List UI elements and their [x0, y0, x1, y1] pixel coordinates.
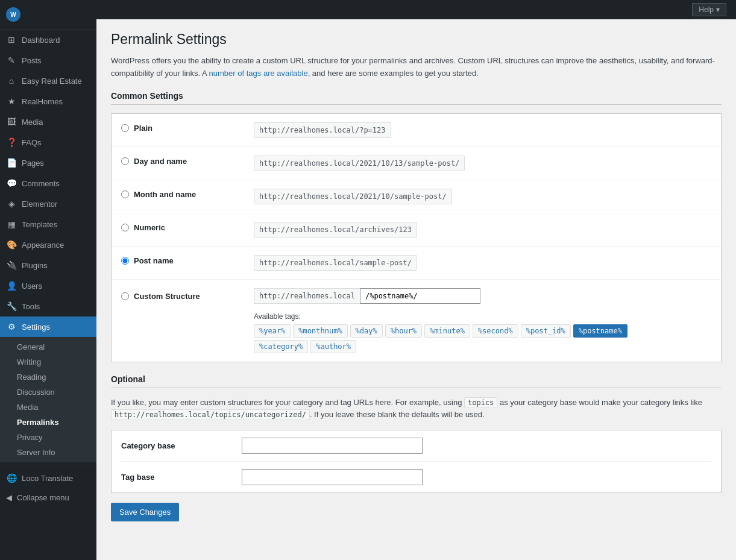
numeric-url-display: http://realhomes.local/archives/123	[254, 222, 417, 238]
sidebar-item-templates[interactable]: ▦ Templates	[0, 214, 96, 234]
submenu-label: Media	[17, 403, 38, 412]
loco-translate-icon: 🌐	[6, 473, 17, 483]
sidebar-item-media[interactable]: 🖼 Media	[0, 112, 96, 132]
post-name-text: Post name	[134, 256, 174, 265]
main-content-area: Help ▾ Permalink Settings WordPress offe…	[96, 0, 736, 560]
submenu-label: Reading	[17, 373, 46, 382]
month-name-url: http://realhomes.local/2021/10/sample-po…	[254, 189, 711, 204]
submenu-label: Discussion	[17, 388, 55, 397]
submenu-label: Privacy	[17, 433, 43, 442]
tag-postname[interactable]: %postname%	[573, 324, 627, 338]
submenu-item-reading[interactable]: Reading	[0, 370, 96, 385]
tag-base-input[interactable]	[242, 469, 423, 485]
submenu-item-server-info[interactable]: Server Info	[0, 445, 96, 460]
sidebar-divider	[0, 465, 96, 465]
sidebar-item-label: Templates	[22, 220, 57, 229]
sidebar: W ⊞ Dashboard ✎ Posts ⌂ Easy Real Estate…	[0, 0, 96, 560]
sidebar-item-plugins[interactable]: 🔌 Plugins	[0, 255, 96, 275]
plugins-icon: 🔌	[6, 260, 17, 271]
custom-url-container: http://realhomes.local	[254, 288, 711, 304]
custom-url-split: http://realhomes.local	[254, 288, 711, 304]
sidebar-item-easy-real-estate[interactable]: ⌂ Easy Real Estate	[0, 71, 96, 91]
submenu-item-privacy[interactable]: Privacy	[0, 430, 96, 445]
optional-fields-panel: Category base Tag base	[111, 430, 722, 493]
day-name-url-display: http://realhomes.local/2021/10/13/sample…	[254, 156, 465, 171]
tag-post_id[interactable]: %post_id%	[521, 324, 571, 338]
post-name-url: http://realhomes.local/sample-post/	[254, 255, 711, 271]
common-settings-panel: Plain http://realhomes.local/?p=123 Day …	[111, 113, 722, 362]
submenu-item-general[interactable]: General	[0, 339, 96, 354]
sidebar-item-label: Comments	[22, 179, 60, 188]
realhomes-icon: ★	[6, 96, 17, 107]
collapse-icon: ◀	[6, 493, 12, 502]
submenu-item-permalinks[interactable]: Permalinks	[0, 415, 96, 430]
sidebar-item-label: Tools	[22, 302, 40, 311]
custom-text: Custom Structure	[134, 292, 200, 301]
tag-second[interactable]: %second%	[473, 324, 518, 338]
sidebar-item-settings[interactable]: ⚙ Settings	[0, 316, 96, 337]
submenu-item-writing[interactable]: Writing	[0, 354, 96, 370]
sidebar-item-label: Posts	[22, 56, 42, 65]
numeric-text: Numeric	[134, 223, 165, 232]
tools-icon: 🔧	[6, 301, 17, 312]
submenu-item-media[interactable]: Media	[0, 400, 96, 415]
tag-category[interactable]: %category%	[254, 340, 308, 353]
post-name-radio[interactable]	[121, 257, 129, 265]
tag-minute[interactable]: %minute%	[424, 324, 470, 338]
tag-year[interactable]: %year%	[254, 324, 291, 338]
month-name-text: Month and name	[134, 190, 196, 199]
plain-label: Plain	[121, 122, 254, 133]
day-name-text: Day and name	[134, 157, 187, 166]
tag-day[interactable]: %day%	[350, 324, 383, 338]
optional-heading: Optional	[111, 374, 722, 388]
day-name-label: Day and name	[121, 156, 254, 166]
sidebar-item-realhomes[interactable]: ★ RealHomes	[0, 91, 96, 112]
sidebar-navigation: ⊞ Dashboard ✎ Posts ⌂ Easy Real Estate ★…	[0, 30, 96, 560]
sidebar-item-label: Appearance	[22, 241, 64, 250]
users-icon: 👤	[6, 280, 17, 291]
submenu-item-discussion[interactable]: Discussion	[0, 385, 96, 400]
custom-label: Custom Structure	[121, 291, 254, 301]
custom-radio[interactable]	[121, 292, 129, 300]
sidebar-item-label: FAQs	[22, 138, 42, 147]
month-name-url-display: http://realhomes.local/2021/10/sample-po…	[254, 189, 452, 204]
permalink-option-post-name: Post name http://realhomes.local/sample-…	[112, 247, 721, 280]
sidebar-item-faqs[interactable]: ❓ FAQs	[0, 132, 96, 153]
optional-url-code: http://realhomes.local/topics/uncategori…	[111, 409, 310, 420]
sidebar-item-loco-translate[interactable]: 🌐 Loco Translate	[0, 468, 96, 488]
sidebar-item-label: Media	[22, 118, 43, 127]
topbar: Help ▾	[96, 0, 736, 19]
numeric-label: Numeric	[121, 222, 254, 232]
permalink-option-plain: Plain http://realhomes.local/?p=123	[112, 114, 721, 147]
month-name-radio[interactable]	[121, 190, 129, 198]
plain-text: Plain	[134, 124, 153, 133]
sidebar-item-pages[interactable]: 📄 Pages	[0, 153, 96, 173]
sidebar-item-label: Pages	[22, 159, 44, 168]
custom-url-input[interactable]	[360, 288, 480, 304]
sidebar-item-dashboard[interactable]: ⊞ Dashboard	[0, 30, 96, 50]
submenu-label: Permalinks	[17, 418, 58, 427]
tag-author[interactable]: %author%	[310, 340, 356, 353]
sidebar-item-elementor[interactable]: ◈ Elementor	[0, 193, 96, 214]
save-changes-button[interactable]: Save Changes	[111, 503, 179, 521]
category-base-label: Category base	[121, 441, 242, 450]
settings-submenu: General Writing Reading Discussion Media…	[0, 337, 96, 462]
month-name-label: Month and name	[121, 189, 254, 199]
numeric-radio[interactable]	[121, 224, 129, 231]
tag-monthnum[interactable]: %monthnum%	[293, 324, 347, 338]
category-base-input[interactable]	[242, 438, 423, 454]
sidebar-item-comments[interactable]: 💬 Comments	[0, 173, 96, 193]
post-name-label: Post name	[121, 255, 254, 265]
sidebar-item-appearance[interactable]: 🎨 Appearance	[0, 234, 96, 255]
help-button[interactable]: Help ▾	[692, 3, 726, 16]
sidebar-item-label: Plugins	[22, 261, 48, 270]
plain-radio[interactable]	[121, 124, 129, 132]
custom-row-top: Custom Structure http://realhomes.local	[121, 288, 711, 304]
day-name-radio[interactable]	[121, 157, 129, 165]
collapse-menu-button[interactable]: ◀ Collapse menu	[0, 488, 96, 507]
sidebar-item-posts[interactable]: ✎ Posts	[0, 50, 96, 71]
sidebar-item-tools[interactable]: 🔧 Tools	[0, 296, 96, 316]
tag-hour[interactable]: %hour%	[385, 324, 422, 338]
sidebar-item-users[interactable]: 👤 Users	[0, 275, 96, 296]
tags-available-link[interactable]: number of tags are available	[209, 69, 308, 78]
